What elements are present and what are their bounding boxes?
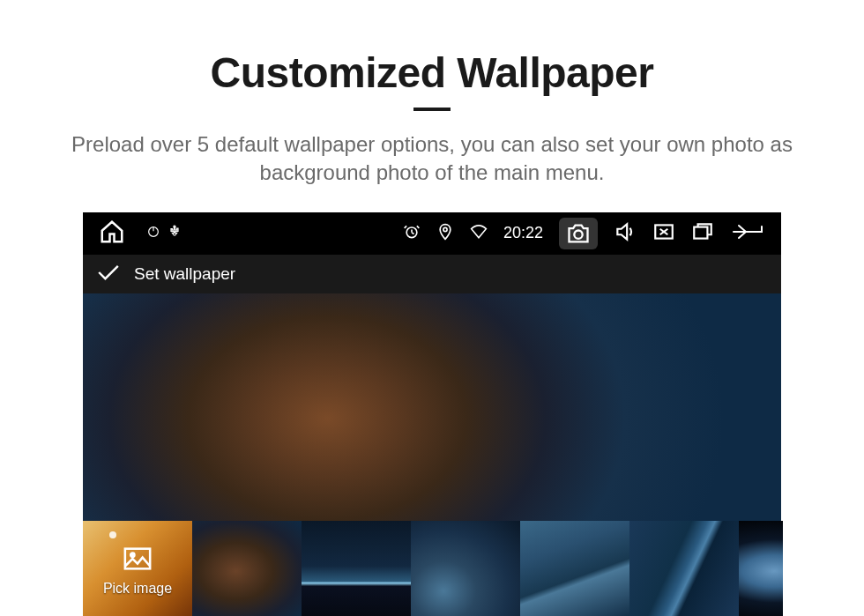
wallpaper-preview[interactable] — [83, 293, 781, 521]
svg-line-7 — [417, 226, 420, 228]
wallpaper-thumb-2[interactable] — [302, 521, 411, 616]
svg-rect-14 — [125, 548, 150, 568]
confirm-icon[interactable] — [95, 262, 122, 286]
wallpaper-thumb-4[interactable] — [520, 521, 629, 616]
pick-image-label: Pick image — [103, 581, 172, 597]
status-bar: 20:22 — [83, 212, 781, 255]
power-icon — [146, 225, 160, 242]
action-bar: Set wallpaper — [83, 255, 781, 293]
svg-rect-13 — [694, 226, 707, 238]
alarm-icon — [403, 223, 421, 244]
svg-point-2 — [174, 226, 175, 227]
recent-apps-icon[interactable] — [691, 220, 714, 247]
wallpaper-thumb-1[interactable] — [192, 521, 302, 616]
wifi-icon — [470, 223, 488, 244]
volume-icon[interactable] — [614, 220, 637, 247]
svg-point-9 — [574, 230, 582, 238]
svg-point-15 — [130, 553, 134, 556]
page-subtitle: Preload over 5 default wallpaper options… — [26, 130, 838, 188]
wallpaper-thumb-6[interactable] — [739, 521, 783, 616]
device-screen: 20:22 Set wallpaper Pic — [83, 212, 781, 616]
svg-point-8 — [443, 227, 447, 231]
action-label: Set wallpaper — [134, 264, 235, 284]
thumbnail-strip: Pick image — [83, 521, 781, 616]
wallpaper-thumb-5[interactable] — [629, 521, 739, 616]
svg-line-5 — [412, 233, 414, 234]
location-icon — [436, 223, 454, 244]
home-icon[interactable] — [99, 219, 125, 249]
usb-icon — [168, 225, 182, 242]
close-window-icon[interactable] — [652, 220, 675, 247]
svg-line-6 — [405, 226, 407, 228]
back-icon[interactable] — [730, 222, 765, 245]
status-time: 20:22 — [503, 224, 543, 242]
camera-icon[interactable] — [559, 218, 598, 249]
wallpaper-thumb-3[interactable] — [411, 521, 520, 616]
title-underline — [413, 108, 451, 111]
pick-image-button[interactable]: Pick image — [83, 521, 192, 616]
page-title: Customized Wallpaper — [0, 48, 864, 97]
